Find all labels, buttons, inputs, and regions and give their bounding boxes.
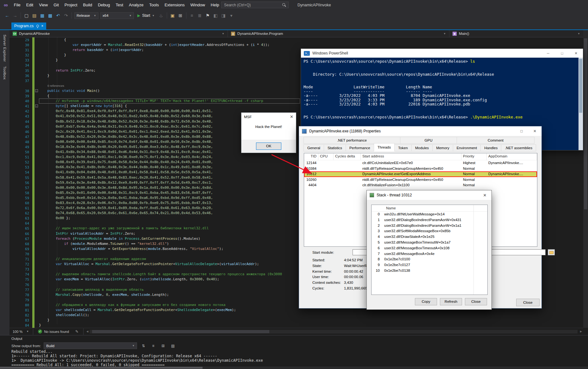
platform-select[interactable]: x64▼ bbox=[100, 12, 134, 19]
code-line[interactable]: 83 } bbox=[9, 318, 583, 323]
copy-button[interactable]: Copy bbox=[415, 298, 437, 305]
comment-icon[interactable]: ◧ bbox=[212, 12, 220, 19]
browse-button[interactable] bbox=[548, 249, 555, 255]
stack-frame-row[interactable]: 2user32.dll!DialogBoxIndirectParamAorW+0… bbox=[372, 223, 487, 229]
stack-frame-row[interactable]: 90x1e2be7c0127 bbox=[372, 262, 487, 268]
close-icon[interactable]: ✕ bbox=[290, 114, 293, 119]
code-line[interactable]: 82 shellcodeCall(); bbox=[9, 313, 583, 318]
redo-icon[interactable]: ↷ bbox=[62, 12, 70, 19]
maximize-icon[interactable]: □ bbox=[555, 49, 569, 58]
navigate-back-icon[interactable]: ← bbox=[3, 12, 11, 19]
thread-row[interactable]: 10260ntdll.dll!TpReleaseCleanupGroupMemb… bbox=[304, 177, 537, 183]
codelens-references[interactable]: 0 references bbox=[39, 83, 64, 88]
tab-performance[interactable]: Performance bbox=[346, 144, 374, 151]
powershell-title-bar[interactable]: >_ Windows PowerShell ─ □ ✕ bbox=[301, 49, 583, 58]
tab-handles[interactable]: Handles bbox=[480, 144, 501, 151]
thread-row[interactable]: 4404clr.dll!InitializeFusion+0x1100Norma… bbox=[304, 182, 537, 188]
stack-frame-row[interactable]: 1user32.dll!DialogBoxIndirectParamAorW+0… bbox=[372, 217, 487, 223]
tab-program-cs[interactable]: Program.cs × bbox=[11, 22, 46, 29]
horizontal-scrollbar[interactable] bbox=[90, 330, 578, 334]
sidebar-item-toolbox[interactable]: Toolbox bbox=[3, 66, 7, 80]
properties-title-bar[interactable]: DynamicAPIInvoke.exe (11868) Properties … bbox=[299, 126, 541, 136]
tab--net-assemblies[interactable]: .NET assemblies bbox=[501, 144, 536, 151]
menu-item-extensions[interactable]: Extensions bbox=[162, 3, 188, 7]
collapse-icon[interactable]: - bbox=[35, 105, 38, 107]
menu-item-help[interactable]: Help bbox=[208, 3, 222, 7]
sidebar-item-server-explorer[interactable]: Server Explorer bbox=[3, 35, 7, 62]
toolbar-options-icon[interactable]: ▾ bbox=[228, 12, 235, 19]
tab-modules[interactable]: Modules bbox=[411, 144, 433, 151]
tab-comment[interactable]: Comment bbox=[457, 137, 535, 144]
menu-item-analyze[interactable]: Analyze bbox=[126, 3, 146, 7]
menu-item-window[interactable]: Window bbox=[188, 3, 208, 7]
scroll-right-icon[interactable]: ▶ bbox=[579, 330, 583, 333]
code-line[interactable]: 30 var exportAddr = Marshal.ReadInt32(ba… bbox=[9, 42, 583, 48]
stack-frame-row[interactable]: 100x1e2be7c0138 bbox=[372, 268, 487, 274]
outdent-icon[interactable]: ≣ bbox=[196, 12, 204, 19]
open-file-icon[interactable]: ▤ bbox=[30, 12, 38, 19]
uncomment-icon[interactable]: ◨ bbox=[220, 12, 228, 19]
clear-all-icon[interactable]: ▤ bbox=[169, 344, 176, 348]
refresh-button[interactable]: Refresh bbox=[440, 298, 462, 305]
scroll-left-icon[interactable]: ◀ bbox=[85, 330, 90, 333]
undo-icon[interactable]: ↶ bbox=[54, 12, 62, 19]
output-source-select[interactable]: Build ▼ bbox=[44, 342, 137, 349]
close-icon[interactable]: ✕ bbox=[528, 126, 541, 136]
pin-icon[interactable] bbox=[36, 25, 39, 27]
tab-environment[interactable]: Environment bbox=[453, 144, 481, 151]
tab-statistics[interactable]: Statistics bbox=[324, 144, 346, 151]
minimize-icon[interactable]: ─ bbox=[541, 49, 555, 58]
stack-frame-row[interactable]: 80x1e2be7c0100 bbox=[372, 257, 487, 262]
stack-frame-row[interactable]: 5user32.dll!MessageBoxTimeoutW+0x1a7 bbox=[372, 240, 487, 245]
search-input[interactable]: Search (Ctrl+Q) bbox=[221, 2, 289, 8]
stack-frame-row[interactable]: 4user32.dll!DrawStateA+0x1e25 bbox=[372, 234, 487, 240]
menu-item-tools[interactable]: Tools bbox=[147, 3, 162, 7]
edit-tracking-icon[interactable]: ✎ bbox=[72, 329, 82, 334]
menu-item-git[interactable]: Git bbox=[51, 3, 62, 7]
new-file-icon[interactable]: ▢ bbox=[22, 12, 30, 19]
tab-gpu[interactable]: GPU bbox=[400, 137, 457, 144]
zoom-select[interactable]: 100 % ▼ bbox=[9, 330, 31, 334]
code-line[interactable]: 29 { bbox=[9, 37, 583, 42]
thread-row[interactable]: 12144clr.dll!CoUninitializeEE+0x67e0High… bbox=[304, 160, 537, 166]
column-header-cpu[interactable]: CPUˆ bbox=[318, 153, 334, 160]
indent-icon[interactable]: ≡ bbox=[188, 12, 196, 19]
ok-button[interactable]: OK bbox=[256, 143, 281, 150]
next-message-icon[interactable]: ≡ bbox=[150, 344, 157, 348]
stack-frame-row[interactable]: 0win32u.dll!NtUserWaitMessage+0x14 bbox=[372, 212, 487, 217]
close-button[interactable]: Close bbox=[465, 298, 487, 305]
code-line[interactable]: 84} bbox=[9, 323, 583, 328]
stack-frame-row[interactable]: 6user32.dll!MessageBoxTimeoutA+0x108 bbox=[372, 245, 487, 251]
configuration-select[interactable]: Release▼ bbox=[74, 12, 98, 19]
column-header-cycles-delta[interactable]: Cycles delta bbox=[334, 153, 361, 160]
tab--net-performance[interactable]: .NET performance bbox=[303, 137, 400, 144]
close-button[interactable]: Close bbox=[516, 299, 540, 306]
thread-row-highlighted[interactable]: 10312DynamicAPIInvoke.exe!GetExportAddre… bbox=[304, 171, 537, 177]
save-all-icon[interactable]: ▩ bbox=[46, 12, 54, 19]
tab-general[interactable]: General bbox=[303, 144, 324, 151]
stack-title-bar[interactable]: Stack - thread 10312 ✕ bbox=[367, 190, 491, 200]
bookmark-icon[interactable]: ⚑ bbox=[204, 12, 212, 19]
powershell-scrollbar[interactable] bbox=[579, 58, 583, 150]
close-icon[interactable]: ✕ bbox=[478, 193, 491, 198]
editor-vertical-scrollbar[interactable] bbox=[583, 30, 588, 328]
collapse-icon[interactable]: - bbox=[35, 89, 38, 92]
close-tab-icon[interactable]: × bbox=[41, 24, 43, 28]
code-health-indicator[interactable]: ✓ No issues found bbox=[35, 329, 72, 334]
maximize-icon[interactable]: □ bbox=[515, 126, 528, 136]
column-header-start-address[interactable]: Start address bbox=[361, 153, 461, 160]
word-wrap-icon[interactable]: ⊞ bbox=[160, 344, 166, 348]
previous-message-icon[interactable]: ⇅ bbox=[140, 344, 147, 348]
menu-item-file[interactable]: File bbox=[11, 3, 23, 7]
column-header-tid[interactable]: TID bbox=[304, 153, 318, 160]
tab-token[interactable]: Token bbox=[394, 144, 412, 151]
solution-explorer-icon[interactable]: ⊞ bbox=[177, 12, 185, 19]
stack-frame-row[interactable]: 3user32.dll!SoftModalMessageBox+0x85b bbox=[372, 228, 487, 234]
menu-item-build[interactable]: Build bbox=[80, 3, 95, 7]
save-icon[interactable]: ▦ bbox=[38, 12, 46, 19]
profiler-icon[interactable]: ♨ bbox=[157, 12, 165, 19]
menu-item-edit[interactable]: Edit bbox=[23, 3, 36, 7]
tab-memory[interactable]: Memory bbox=[432, 144, 453, 151]
member-dropdown[interactable]: ◆ Main() ▼ bbox=[449, 30, 583, 37]
menu-item-project[interactable]: Project bbox=[62, 3, 80, 7]
